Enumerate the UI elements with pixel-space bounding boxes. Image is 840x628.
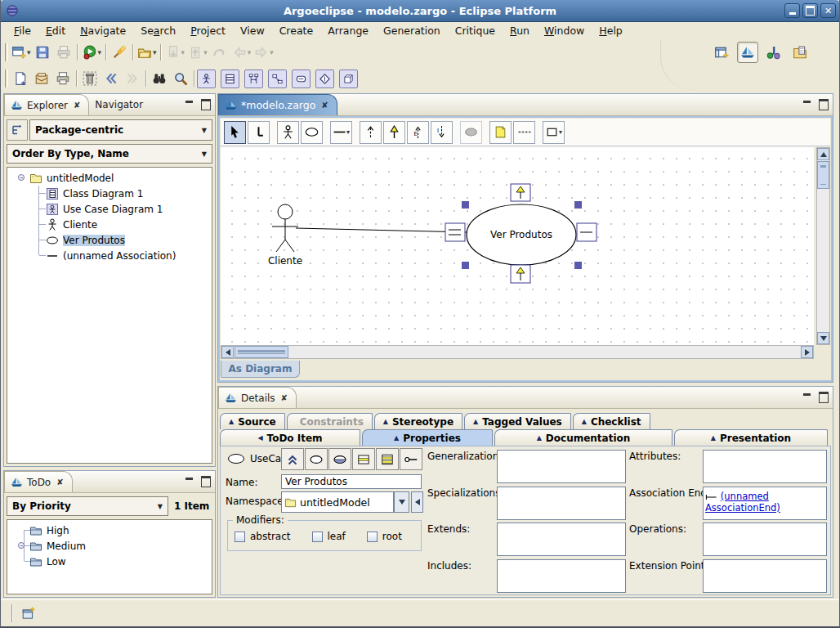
todo-tree-item[interactable]: Low (7, 554, 212, 569)
includes-list[interactable] (497, 559, 626, 593)
zoom-button[interactable] (170, 68, 191, 89)
checkbox[interactable] (312, 532, 323, 542)
vertical-scroll-thumb[interactable] (817, 161, 829, 189)
tab-navigator[interactable]: Navigator (89, 94, 151, 115)
details-tab[interactable]: ▲ Properties (362, 429, 493, 446)
menu-item[interactable]: Run (503, 23, 537, 38)
details-tab[interactable]: ▲ Tagged Values (464, 413, 571, 429)
new-button[interactable] (10, 68, 31, 89)
checkbox[interactable] (235, 532, 245, 542)
extension-points-list[interactable] (703, 559, 827, 593)
close-icon[interactable]: ✘ (74, 101, 80, 110)
todo-filter-combo[interactable]: By Priority (7, 496, 168, 516)
navigate-forward-button[interactable] (122, 68, 143, 89)
menu-item[interactable]: Generation (376, 23, 448, 38)
undo-button[interactable] (209, 42, 230, 63)
usecase-ver-produtos[interactable]: Ver Produtos (467, 204, 576, 265)
maximize-view-button[interactable] (818, 99, 829, 110)
menu-item[interactable]: Project (183, 23, 233, 38)
corner-handle[interactable] (462, 262, 469, 269)
tree-expander-icon[interactable] (18, 542, 25, 549)
toolbar-separator[interactable] (74, 68, 79, 89)
menu-item[interactable]: Critique (448, 23, 503, 38)
scroll-right-button[interactable] (801, 346, 813, 358)
forward-history-button[interactable]: ▾ (252, 42, 275, 63)
tab-explorer[interactable]: Explorer ✘ (4, 94, 89, 115)
attributes-list[interactable] (703, 450, 827, 483)
close-icon[interactable]: ✘ (56, 478, 63, 487)
minimize-view-button[interactable] (801, 99, 812, 110)
tab-editor-modelo-zargo[interactable]: *modelo.zargo ✘ (218, 94, 337, 115)
new-extension-point-button[interactable] (328, 448, 351, 470)
operations-list[interactable] (703, 523, 827, 556)
namespace-dropdown-button[interactable] (394, 491, 409, 513)
select-tool[interactable] (224, 121, 246, 144)
minimize-view-button[interactable] (183, 99, 194, 110)
minimize-view-button[interactable] (183, 476, 194, 487)
association-tool[interactable]: ▾ (330, 121, 352, 144)
menu-item[interactable]: Navigate (73, 23, 133, 38)
scroll-down-button[interactable] (817, 332, 829, 344)
menu-item[interactable]: File (7, 23, 38, 38)
quick-generalization-handle-bottom[interactable] (511, 265, 530, 283)
corner-handle[interactable] (462, 201, 469, 209)
todo-tree-item[interactable]: High (7, 523, 212, 538)
tree-item[interactable]: Cliente (7, 217, 212, 232)
association-ends-list[interactable]: (unnamed AssociationEnd) (703, 487, 827, 520)
ellipse-tool[interactable] (460, 121, 482, 144)
tab-details[interactable]: Details ✘ (218, 387, 297, 408)
details-tab[interactable]: ▲ Stereotype (374, 413, 462, 429)
details-tab[interactable]: ▲ Documentation (494, 429, 672, 446)
horizontal-scrollbar[interactable] (221, 345, 814, 359)
argouml-perspective-button[interactable] (737, 42, 758, 63)
menu-item[interactable]: Create (272, 23, 321, 38)
tab-todo[interactable]: ToDo ✘ (4, 471, 73, 492)
details-tab[interactable]: Constraints (287, 413, 373, 429)
scroll-up-button[interactable] (817, 148, 829, 160)
quick-generalization-handle-top[interactable] (511, 184, 530, 201)
quick-association-handle-left[interactable] (445, 223, 465, 241)
new-deployment-diagram-button[interactable] (339, 70, 358, 88)
corner-handle[interactable] (574, 201, 582, 209)
close-window-button[interactable] (820, 3, 836, 18)
new-class-diagram-button[interactable] (221, 70, 239, 88)
maximize-view-button[interactable] (818, 392, 829, 403)
todo-tree-item[interactable]: Medium (7, 538, 212, 554)
close-icon[interactable]: ✘ (321, 101, 328, 110)
namespace-back-button[interactable] (411, 491, 423, 513)
dependency-tool[interactable] (360, 121, 382, 144)
name-field[interactable]: Ver Produtos (281, 474, 422, 489)
new-collaboration-diagram-button[interactable] (268, 70, 287, 88)
tree-expander-icon[interactable] (18, 174, 25, 181)
delete-from-model-button[interactable] (79, 68, 101, 89)
association-edge[interactable] (296, 228, 467, 232)
scroll-left-button[interactable] (221, 346, 234, 358)
menu-item[interactable]: Arrange (320, 23, 376, 38)
new-attribute-button[interactable] (352, 448, 375, 470)
run-button[interactable]: ▾ (81, 42, 104, 63)
open-perspective-button[interactable] (711, 42, 732, 63)
details-tab[interactable]: ◀ ToDo Item (220, 429, 360, 446)
extend-tool[interactable] (407, 121, 429, 144)
generalizations-list[interactable] (497, 450, 626, 483)
tree-item[interactable]: Ver Produtos (7, 232, 212, 248)
close-icon[interactable]: ✘ (281, 393, 288, 402)
tree-item[interactable]: (unnamed Association) (7, 248, 212, 263)
tree-item[interactable]: untitledModel (7, 170, 212, 186)
namespace-combo[interactable]: untitledModel (281, 491, 394, 513)
specializations-list[interactable] (497, 487, 626, 520)
actor-cliente[interactable]: Cliente (268, 204, 302, 267)
as-diagram-tab[interactable]: As Diagram (221, 361, 300, 378)
details-tab[interactable]: ▲ Checklist (573, 413, 650, 429)
new-activity-diagram-button[interactable] (315, 70, 334, 88)
toolbar-separator[interactable] (130, 42, 136, 63)
menu-item[interactable]: View (233, 23, 272, 38)
toolbar-separator[interactable] (191, 68, 197, 89)
critique-brush-button[interactable] (109, 42, 130, 63)
comment-tool[interactable] (489, 121, 512, 144)
perspective-combo[interactable]: Package-centric (29, 119, 212, 141)
navigate-up-button[interactable] (281, 448, 304, 470)
import-export-button[interactable]: ▾ (136, 42, 159, 63)
resource-perspective-button[interactable] (789, 42, 811, 63)
broom-tool[interactable] (248, 121, 270, 144)
